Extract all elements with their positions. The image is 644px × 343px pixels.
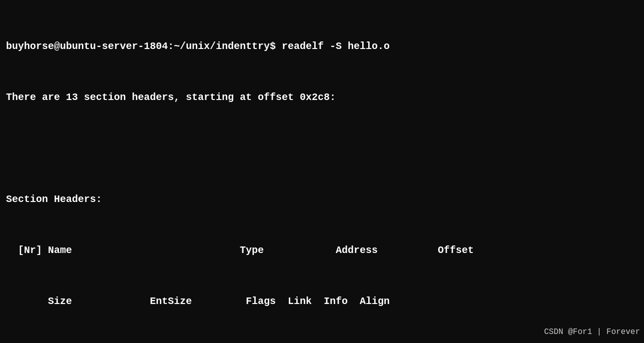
blank-line-1 — [6, 140, 638, 157]
terminal-output: buyhorse@ubuntu-server-1804:~/unix/inden… — [6, 4, 638, 343]
watermark: CSDN @For1 | Forever — [544, 326, 640, 339]
prompt-line: buyhorse@ubuntu-server-1804:~/unix/inden… — [6, 38, 638, 55]
col-header-1: [Nr] Name Type Address Offset — [6, 242, 638, 259]
info-line: There are 13 section headers, starting a… — [6, 89, 638, 106]
col-header-2: Size EntSize Flags Link Info Align — [6, 293, 638, 310]
section-headers-label: Section Headers: — [6, 191, 638, 208]
